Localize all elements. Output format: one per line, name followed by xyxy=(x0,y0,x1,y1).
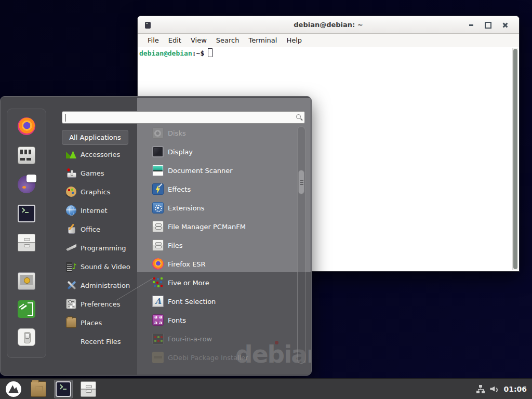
app-label: GDebi Package Installer xyxy=(168,354,248,362)
terminal-scrollbar[interactable] xyxy=(512,48,518,270)
files-launcher[interactable] xyxy=(79,380,98,398)
search-input[interactable] xyxy=(65,112,292,123)
category-label: Places xyxy=(81,319,102,327)
app-label: Firefox ESR xyxy=(168,260,206,268)
category-label: Games xyxy=(81,169,104,177)
app-extensions[interactable]: Extensions xyxy=(137,198,297,217)
app-list-scrollbar-thumb[interactable] xyxy=(298,170,304,194)
shut-down-button[interactable] xyxy=(16,328,37,347)
category-places[interactable]: Places xyxy=(62,313,138,332)
terminal-menu-search[interactable]: Search xyxy=(211,36,244,44)
fontsel-icon xyxy=(152,296,164,307)
keyboard-icon xyxy=(18,147,35,164)
category-label: Programming xyxy=(81,244,126,252)
firefox-icon xyxy=(18,117,35,135)
app-label: Effects xyxy=(168,185,191,193)
category-label: Graphics xyxy=(81,188,110,196)
gdebi-icon xyxy=(152,352,164,363)
terminal-scrollbar-thumb[interactable] xyxy=(513,49,517,269)
favorites-list xyxy=(16,117,37,252)
volume-icon[interactable] xyxy=(490,385,498,393)
app-disks[interactable]: Disks xyxy=(137,124,297,142)
app-fonts[interactable]: Fonts xyxy=(137,311,297,329)
file-manager-launcher[interactable] xyxy=(29,380,48,398)
app-label: Five or More xyxy=(168,279,209,287)
network-icon[interactable] xyxy=(476,385,485,393)
app-label: Display xyxy=(168,148,193,156)
minimize-button[interactable] xyxy=(462,19,480,31)
menu-circle-icon xyxy=(6,381,21,397)
app-label: Four-in-a-row xyxy=(168,335,212,343)
app-document-scanner[interactable]: Document Scanner xyxy=(137,161,297,180)
clock[interactable]: 01:06 xyxy=(503,385,527,393)
scanner-icon xyxy=(152,165,164,176)
app-list-scrollbar[interactable] xyxy=(297,126,305,364)
cabinet-icon xyxy=(18,234,35,251)
app-label: Document Scanner xyxy=(168,167,233,175)
category-label: Recent Files xyxy=(81,338,121,345)
admin-icon xyxy=(66,280,76,290)
category-games[interactable]: Games xyxy=(62,164,138,182)
category-programming[interactable]: Programming xyxy=(62,238,138,257)
session-buttons xyxy=(16,272,37,347)
application-list: DisksDisplayDocument ScannerEffectsExten… xyxy=(137,124,297,367)
category-accessories[interactable]: Accessories xyxy=(62,145,138,164)
category-recent-files[interactable]: Recent Files xyxy=(62,332,138,351)
app-label: Fonts xyxy=(168,316,186,324)
menu-button[interactable] xyxy=(4,380,23,398)
category-office[interactable]: Office xyxy=(62,220,138,238)
terminal-task-button[interactable] xyxy=(54,380,73,398)
taskbar: 01:06 xyxy=(0,378,532,399)
terminal-menu-file[interactable]: File xyxy=(143,36,164,44)
favorite-terminal[interactable] xyxy=(16,204,37,223)
favorite-file-manager[interactable] xyxy=(16,233,37,252)
app-gdebi-package-installer[interactable]: GDebi Package Installer xyxy=(137,348,297,367)
terminal-menubar: FileEditViewSearchTerminalHelp xyxy=(138,34,519,47)
app-files[interactable]: Files xyxy=(137,236,297,255)
app-display[interactable]: Display xyxy=(137,142,297,161)
favorite-pidgin[interactable] xyxy=(16,175,37,194)
category-internet[interactable]: Internet xyxy=(62,201,138,220)
prompt-user-host: debian@debian xyxy=(139,49,192,57)
category-graphics[interactable]: Graphics xyxy=(62,182,138,201)
app-effects[interactable]: Effects xyxy=(137,180,297,198)
terminal-titlebar[interactable]: debian@debian: ~ xyxy=(138,16,519,34)
graphics-icon xyxy=(66,187,76,197)
app-file-manager-pcmanfm[interactable]: File Manager PCManFM xyxy=(137,217,297,236)
all-applications-button[interactable]: All Applications xyxy=(62,130,128,145)
category-administration[interactable]: Administration xyxy=(62,276,138,295)
app-five-or-more[interactable]: Five or More xyxy=(137,273,297,292)
terminal-cursor xyxy=(208,48,212,57)
lockscreen-icon xyxy=(18,272,35,290)
tray-icons xyxy=(476,385,498,393)
firefox-icon xyxy=(152,258,164,270)
text-caret xyxy=(65,114,66,122)
programming-icon xyxy=(66,243,76,253)
category-label: Internet xyxy=(81,207,108,215)
prompt-suffix: :~$ xyxy=(192,49,204,57)
terminal-menu-view[interactable]: View xyxy=(186,36,211,44)
category-preferences[interactable]: Preferences xyxy=(62,295,138,313)
app-label: Files xyxy=(168,242,183,249)
cabinet-icon xyxy=(152,240,164,251)
fonts-icon xyxy=(152,314,164,326)
close-button[interactable] xyxy=(497,19,514,31)
fourrow-icon xyxy=(152,333,164,344)
favorite-firefox[interactable] xyxy=(16,117,37,136)
display-icon xyxy=(152,146,164,157)
lock-screen-button[interactable] xyxy=(16,272,37,290)
maximize-button[interactable] xyxy=(480,19,497,31)
terminal-menu-edit[interactable]: Edit xyxy=(164,36,186,44)
terminal-menu-help[interactable]: Help xyxy=(282,36,307,44)
category-sound-video[interactable]: Sound & Video xyxy=(62,257,138,276)
terminal-menu-terminal[interactable]: Terminal xyxy=(244,36,282,44)
app-four-in-a-row[interactable]: Four-in-a-row xyxy=(137,329,297,348)
app-firefox-esr[interactable]: Firefox ESR xyxy=(137,255,297,273)
logout-icon xyxy=(18,300,35,318)
desktop: debian@debian: ~ FileEditViewSearchTermi… xyxy=(0,0,532,399)
category-label: Preferences xyxy=(81,300,120,308)
category-label: Office xyxy=(81,225,100,233)
app-font-selection[interactable]: Font Selection xyxy=(137,292,297,311)
favorite-menu-editor[interactable] xyxy=(16,146,37,165)
log-out-button[interactable] xyxy=(16,300,37,318)
